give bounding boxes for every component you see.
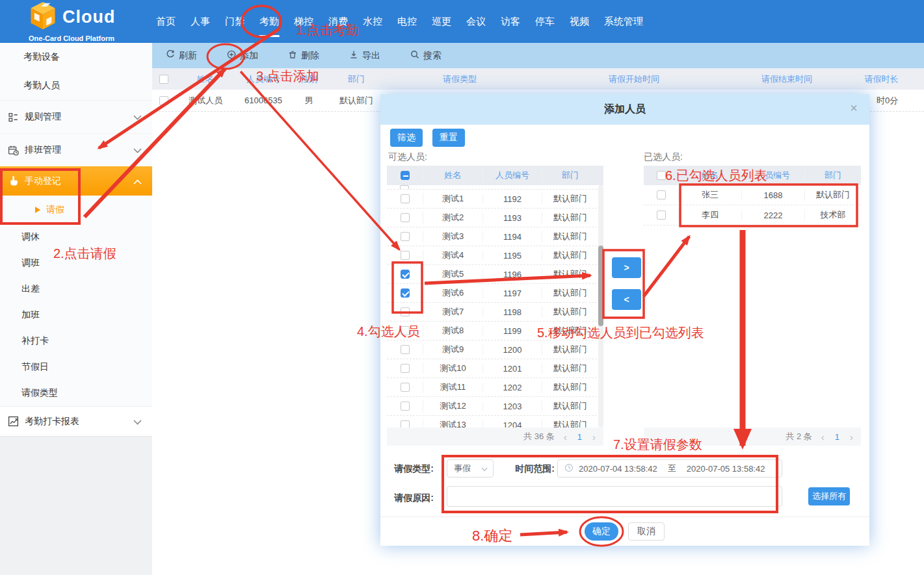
logo-subtitle: One-Card Cloud Platform [29,34,114,42]
nav-item[interactable]: 人事 [189,0,211,43]
nav-item[interactable]: 水控 [362,0,384,43]
close-icon[interactable]: × [850,101,858,114]
row-checkbox[interactable] [401,232,410,241]
time-range-picker[interactable]: 2020-07-04 13:58:42 至 2020-07-05 13:58:4… [557,459,782,478]
row-checkbox[interactable] [401,270,410,279]
add-person-dialog: 添加人员 × 筛选 重置 可选人员: 已选人员: 姓名 人员编号 部门 测试1 [380,94,869,546]
sidebar-group-report[interactable]: 考勤打卡报表 [0,406,152,436]
page-number[interactable]: 1 [576,432,583,442]
search-button[interactable]: 搜索 [410,50,442,62]
refresh-button[interactable]: 刷新 [166,50,197,62]
row-checkbox[interactable] [401,402,410,411]
sidebar-group-schedule[interactable]: 排班管理 [0,133,152,166]
list-item[interactable]: 测试8 1199 默认部门 [387,322,603,340]
row-checkbox[interactable] [401,420,410,428]
sidebar-group-rules[interactable]: 规则管理 [0,100,152,133]
list-item[interactable]: 测试9 1200 默认部门 [387,340,603,359]
list-item[interactable]: 测试1 1192 默认部门 [387,190,603,209]
list-item[interactable]: 测试12 1203 默认部门 [387,397,603,416]
nav-item[interactable]: 系统管理 [603,0,644,43]
row-checkbox[interactable] [401,326,410,335]
select-all-checkbox[interactable] [401,171,410,180]
list-item[interactable]: 测试10 1201 默认部门 [387,359,603,378]
sidebar-empty-area [0,436,152,575]
sidebar-item-attendance-person[interactable]: 考勤人员 [0,71,152,100]
leave-type-select[interactable]: 事假 [447,459,494,478]
available-rows: 测试1 1192 默认部门 测试2 1193 默认部门 测试3 1194 [387,190,603,428]
list-item[interactable]: 测试5 1196 默认部门 [387,265,603,284]
sidebar-group-manual-register[interactable]: 手动登记 [0,166,152,196]
select-all-checkbox[interactable] [657,171,666,180]
select-all-button[interactable]: 选择所有 [808,487,850,505]
column-header: 请假时长 [839,73,924,85]
page-number[interactable]: 1 [834,432,841,442]
prev-page-icon[interactable]: ‹ [819,431,827,442]
sidebar-item-attendance-device[interactable]: 考勤设备 [0,43,152,71]
nav-item[interactable]: 停车 [534,0,556,43]
delete-button[interactable]: 删除 [288,50,319,62]
add-button[interactable]: 添加 [227,50,258,62]
list-item[interactable]: 测试6 1197 默认部门 [387,284,603,303]
list-item[interactable]: 张三 1688 默认部门 [644,185,861,205]
row-checkbox[interactable] [401,194,410,203]
sidebar-item-overtime[interactable]: 加班 [0,302,152,328]
selected-table: 姓名 人员编号 部门 张三 1688 默认部门 李四 2222 技术部 [644,166,861,225]
chevron-down-icon [481,464,488,474]
export-button[interactable]: 导出 [349,50,380,62]
row-checkbox[interactable] [401,364,410,373]
list-item[interactable]: 测试7 1198 默认部门 [387,303,603,322]
move-right-button[interactable]: > [612,257,641,278]
reset-button[interactable]: 重置 [432,129,465,147]
nav-item[interactable]: 电控 [396,0,418,43]
nav-item[interactable]: 访客 [499,0,521,43]
time-range-label: 时间范围: [514,459,555,478]
sidebar-item-business-trip[interactable]: 出差 [0,276,152,302]
nav-item[interactable]: 巡更 [430,0,453,43]
nav-item[interactable]: 消费 [327,0,349,43]
nav-item[interactable]: 首页 [155,0,177,43]
row-checkbox[interactable] [401,345,410,354]
scrollbar-thumb[interactable] [598,246,603,326]
sidebar-item-holiday[interactable]: 节假日 [0,354,152,380]
nav-menu: 首页人事门禁考勤梯控消费水控电控巡更会议访客停车视频系统管理 [155,0,644,43]
row-checkbox[interactable] [401,213,410,222]
schedule-icon [8,144,21,156]
next-page-icon[interactable]: › [590,431,598,442]
sidebar-item-rest[interactable]: 调休 [0,224,152,250]
row-checkbox[interactable] [159,96,168,105]
filter-button[interactable]: 筛选 [390,129,423,147]
list-item[interactable]: 李四 2222 技术部 [644,205,861,225]
sidebar-item-leave[interactable]: 请假 [0,196,152,224]
sidebar: 考勤设备 考勤人员 规则管理 排班管理 [0,43,152,575]
row-checkbox[interactable] [657,190,666,199]
list-item[interactable]: 测试11 1202 默认部门 [387,378,603,397]
select-all-checkbox[interactable] [159,75,168,84]
toolbar: 刷新 添加 删除 导出 [152,43,924,68]
list-item[interactable]: 测试13 1204 默认部门 [387,416,603,428]
nav-item[interactable]: 梯控 [293,0,315,43]
nav-item[interactable]: 门禁 [224,0,246,43]
row-checkbox[interactable] [401,383,410,392]
row-checkbox[interactable] [401,251,410,260]
list-item[interactable]: 测试4 1195 默认部门 [387,246,603,265]
row-checkbox[interactable] [401,288,410,298]
page: Cloud One-Card Cloud Platform 首页人事门禁考勤梯控… [0,0,924,575]
row-checkbox[interactable] [401,307,410,316]
list-item[interactable]: 测试2 1193 默认部门 [387,209,603,227]
nav-item[interactable]: 视频 [568,0,590,43]
leave-reason-input[interactable] [447,486,782,507]
nav-item[interactable]: 考勤 [258,0,280,43]
next-page-icon[interactable]: › [847,431,856,442]
prev-page-icon[interactable]: ‹ [561,431,570,442]
sidebar-item-makeup-punch[interactable]: 补打卡 [0,328,152,354]
chevron-down-icon [133,112,142,122]
chevron-down-icon [133,416,142,427]
move-left-button[interactable]: < [612,289,641,310]
nav-item[interactable]: 会议 [465,0,487,43]
row-checkbox[interactable] [657,211,666,220]
sidebar-item-shift[interactable]: 调班 [0,250,152,276]
ok-button[interactable]: 确定 [585,522,618,541]
sidebar-item-leave-type[interactable]: 请假类型 [0,380,152,406]
cancel-button[interactable]: 取消 [628,522,665,541]
list-item[interactable]: 测试3 1194 默认部门 [387,227,603,246]
